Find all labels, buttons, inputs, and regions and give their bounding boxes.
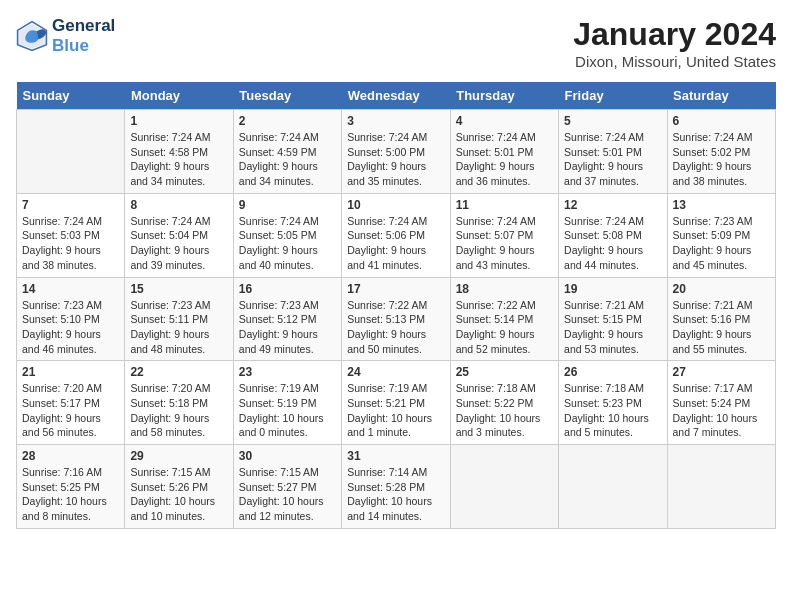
calendar-title: January 2024 xyxy=(573,16,776,53)
calendar-cell xyxy=(667,445,775,529)
calendar-cell: 2Sunrise: 7:24 AMSunset: 4:59 PMDaylight… xyxy=(233,110,341,194)
day-number: 13 xyxy=(673,198,770,212)
cell-details: Sunrise: 7:24 AMSunset: 5:00 PMDaylight:… xyxy=(347,130,444,189)
cell-details: Sunrise: 7:24 AMSunset: 4:58 PMDaylight:… xyxy=(130,130,227,189)
sunrise-time: Sunrise: 7:24 AM xyxy=(130,131,210,143)
sunrise-time: Sunrise: 7:24 AM xyxy=(347,215,427,227)
calendar-cell xyxy=(17,110,125,194)
sunrise-time: Sunrise: 7:24 AM xyxy=(130,215,210,227)
daylight-hours: Daylight: 9 hours and 48 minutes. xyxy=(130,328,209,355)
calendar-table: SundayMondayTuesdayWednesdayThursdayFrid… xyxy=(16,82,776,529)
calendar-cell: 18Sunrise: 7:22 AMSunset: 5:14 PMDayligh… xyxy=(450,277,558,361)
daylight-hours: Daylight: 9 hours and 50 minutes. xyxy=(347,328,426,355)
sunset-time: Sunset: 5:23 PM xyxy=(564,397,642,409)
calendar-week-row: 28Sunrise: 7:16 AMSunset: 5:25 PMDayligh… xyxy=(17,445,776,529)
daylight-hours: Daylight: 10 hours and 1 minute. xyxy=(347,412,432,439)
daylight-hours: Daylight: 9 hours and 43 minutes. xyxy=(456,244,535,271)
calendar-cell: 13Sunrise: 7:23 AMSunset: 5:09 PMDayligh… xyxy=(667,193,775,277)
day-number: 9 xyxy=(239,198,336,212)
sunset-time: Sunset: 5:24 PM xyxy=(673,397,751,409)
sunrise-time: Sunrise: 7:21 AM xyxy=(673,299,753,311)
sunrise-time: Sunrise: 7:24 AM xyxy=(239,215,319,227)
day-number: 16 xyxy=(239,282,336,296)
sunset-time: Sunset: 5:07 PM xyxy=(456,229,534,241)
logo: General Blue xyxy=(16,16,115,56)
sunrise-time: Sunrise: 7:18 AM xyxy=(564,382,644,394)
calendar-cell: 26Sunrise: 7:18 AMSunset: 5:23 PMDayligh… xyxy=(559,361,667,445)
daylight-hours: Daylight: 9 hours and 40 minutes. xyxy=(239,244,318,271)
daylight-hours: Daylight: 9 hours and 49 minutes. xyxy=(239,328,318,355)
day-number: 3 xyxy=(347,114,444,128)
cell-details: Sunrise: 7:24 AMSunset: 5:07 PMDaylight:… xyxy=(456,214,553,273)
sunrise-time: Sunrise: 7:24 AM xyxy=(673,131,753,143)
day-number: 11 xyxy=(456,198,553,212)
calendar-cell: 17Sunrise: 7:22 AMSunset: 5:13 PMDayligh… xyxy=(342,277,450,361)
cell-details: Sunrise: 7:24 AMSunset: 5:08 PMDaylight:… xyxy=(564,214,661,273)
day-number: 22 xyxy=(130,365,227,379)
calendar-cell: 11Sunrise: 7:24 AMSunset: 5:07 PMDayligh… xyxy=(450,193,558,277)
cell-details: Sunrise: 7:16 AMSunset: 5:25 PMDaylight:… xyxy=(22,465,119,524)
sunset-time: Sunset: 5:01 PM xyxy=(564,146,642,158)
calendar-cell: 8Sunrise: 7:24 AMSunset: 5:04 PMDaylight… xyxy=(125,193,233,277)
cell-details: Sunrise: 7:23 AMSunset: 5:10 PMDaylight:… xyxy=(22,298,119,357)
daylight-hours: Daylight: 9 hours and 45 minutes. xyxy=(673,244,752,271)
day-number: 24 xyxy=(347,365,444,379)
cell-details: Sunrise: 7:24 AMSunset: 4:59 PMDaylight:… xyxy=(239,130,336,189)
cell-details: Sunrise: 7:24 AMSunset: 5:01 PMDaylight:… xyxy=(564,130,661,189)
daylight-hours: Daylight: 9 hours and 56 minutes. xyxy=(22,412,101,439)
sunset-time: Sunset: 5:00 PM xyxy=(347,146,425,158)
calendar-cell: 28Sunrise: 7:16 AMSunset: 5:25 PMDayligh… xyxy=(17,445,125,529)
daylight-hours: Daylight: 9 hours and 34 minutes. xyxy=(130,160,209,187)
daylight-hours: Daylight: 9 hours and 36 minutes. xyxy=(456,160,535,187)
sunrise-time: Sunrise: 7:20 AM xyxy=(130,382,210,394)
daylight-hours: Daylight: 9 hours and 37 minutes. xyxy=(564,160,643,187)
sunset-time: Sunset: 5:04 PM xyxy=(130,229,208,241)
sunrise-time: Sunrise: 7:24 AM xyxy=(239,131,319,143)
cell-details: Sunrise: 7:24 AMSunset: 5:04 PMDaylight:… xyxy=(130,214,227,273)
calendar-subtitle: Dixon, Missouri, United States xyxy=(573,53,776,70)
cell-details: Sunrise: 7:24 AMSunset: 5:06 PMDaylight:… xyxy=(347,214,444,273)
cell-details: Sunrise: 7:22 AMSunset: 5:13 PMDaylight:… xyxy=(347,298,444,357)
calendar-cell: 16Sunrise: 7:23 AMSunset: 5:12 PMDayligh… xyxy=(233,277,341,361)
sunset-time: Sunset: 5:11 PM xyxy=(130,313,208,325)
cell-details: Sunrise: 7:20 AMSunset: 5:18 PMDaylight:… xyxy=(130,381,227,440)
calendar-cell: 9Sunrise: 7:24 AMSunset: 5:05 PMDaylight… xyxy=(233,193,341,277)
sunset-time: Sunset: 5:12 PM xyxy=(239,313,317,325)
day-number: 26 xyxy=(564,365,661,379)
day-number: 12 xyxy=(564,198,661,212)
daylight-hours: Daylight: 9 hours and 52 minutes. xyxy=(456,328,535,355)
day-number: 20 xyxy=(673,282,770,296)
day-number: 29 xyxy=(130,449,227,463)
cell-details: Sunrise: 7:24 AMSunset: 5:01 PMDaylight:… xyxy=(456,130,553,189)
sunset-time: Sunset: 5:17 PM xyxy=(22,397,100,409)
day-number: 8 xyxy=(130,198,227,212)
sunrise-time: Sunrise: 7:16 AM xyxy=(22,466,102,478)
cell-details: Sunrise: 7:21 AMSunset: 5:15 PMDaylight:… xyxy=(564,298,661,357)
calendar-cell: 4Sunrise: 7:24 AMSunset: 5:01 PMDaylight… xyxy=(450,110,558,194)
cell-details: Sunrise: 7:20 AMSunset: 5:17 PMDaylight:… xyxy=(22,381,119,440)
sunset-time: Sunset: 4:58 PM xyxy=(130,146,208,158)
day-number: 30 xyxy=(239,449,336,463)
day-number: 17 xyxy=(347,282,444,296)
day-number: 23 xyxy=(239,365,336,379)
day-number: 28 xyxy=(22,449,119,463)
daylight-hours: Daylight: 10 hours and 14 minutes. xyxy=(347,495,432,522)
cell-details: Sunrise: 7:24 AMSunset: 5:05 PMDaylight:… xyxy=(239,214,336,273)
cell-details: Sunrise: 7:24 AMSunset: 5:02 PMDaylight:… xyxy=(673,130,770,189)
calendar-cell: 3Sunrise: 7:24 AMSunset: 5:00 PMDaylight… xyxy=(342,110,450,194)
sunrise-time: Sunrise: 7:23 AM xyxy=(239,299,319,311)
sunrise-time: Sunrise: 7:20 AM xyxy=(22,382,102,394)
sunrise-time: Sunrise: 7:24 AM xyxy=(22,215,102,227)
logo-text: General Blue xyxy=(52,16,115,56)
sunset-time: Sunset: 5:21 PM xyxy=(347,397,425,409)
daylight-hours: Daylight: 10 hours and 8 minutes. xyxy=(22,495,107,522)
day-number: 15 xyxy=(130,282,227,296)
calendar-cell: 31Sunrise: 7:14 AMSunset: 5:28 PMDayligh… xyxy=(342,445,450,529)
logo-icon xyxy=(16,20,48,52)
day-number: 1 xyxy=(130,114,227,128)
sunset-time: Sunset: 5:22 PM xyxy=(456,397,534,409)
daylight-hours: Daylight: 10 hours and 5 minutes. xyxy=(564,412,649,439)
day-number: 31 xyxy=(347,449,444,463)
sunrise-time: Sunrise: 7:23 AM xyxy=(22,299,102,311)
calendar-cell: 5Sunrise: 7:24 AMSunset: 5:01 PMDaylight… xyxy=(559,110,667,194)
